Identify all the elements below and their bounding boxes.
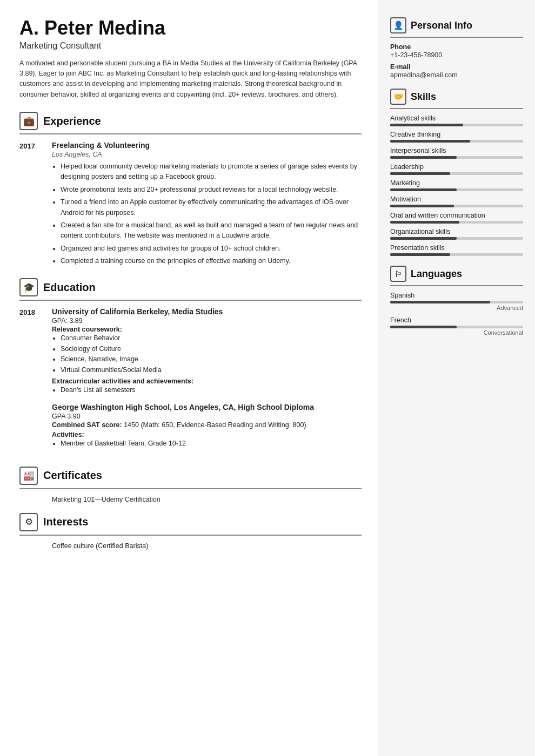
skill-bar-fill-marketing	[390, 188, 457, 191]
interests-section: ⚙ Interests Coffee culture (Certified Ba…	[19, 513, 362, 550]
education-entry-1: 2018 University of California Berkeley, …	[19, 307, 362, 456]
email-label: E-mail	[390, 63, 523, 71]
education-section: 🎓 Education 2018 University of Californi…	[19, 278, 362, 456]
skill-name-analytical: Analytical skills	[390, 114, 523, 122]
interests-section-header: ⚙ Interests	[19, 513, 362, 531]
skill-item-organizational: Organizational skills	[390, 228, 523, 240]
skills-title: Skills	[411, 91, 436, 103]
skill-item-motivation: Motivation	[390, 195, 523, 207]
skill-name-creative: Creative thinking	[390, 131, 523, 138]
school-2-activities-label: Activities:	[52, 431, 362, 438]
school-2-activities: Member of Basketball Team, Grade 10-12	[52, 438, 362, 449]
languages-header: 🏳 Languages	[390, 266, 523, 282]
lang-name-french: French	[390, 316, 523, 324]
school-1-coursework-label: Relevant coursework:	[52, 326, 362, 333]
skill-bar-bg-marketing	[390, 188, 523, 191]
school-2-gpa: GPA 3.90	[52, 413, 362, 420]
school-1-activities-label: Extracurricular activities and achieveme…	[52, 377, 362, 385]
activity-item: Member of Basketball Team, Grade 10-12	[61, 438, 362, 449]
skill-bar-bg-presentation	[390, 253, 523, 256]
languages-section: 🏳 Languages Spanish Advanced French Conv…	[390, 266, 523, 336]
phone-value: +1-23-456-78900	[390, 51, 523, 59]
skill-bar-bg-motivation	[390, 205, 523, 207]
certificates-title: Certificates	[43, 469, 102, 482]
personal-info-title: Personal Info	[411, 20, 472, 31]
experience-entry-subtitle-1: Los Angeles, CA	[52, 151, 362, 158]
interests-title: Interests	[43, 516, 88, 528]
education-section-header: 🎓 Education	[19, 278, 362, 296]
coursework-item: Consumer Behavior	[61, 333, 362, 343]
school-1-coursework: Consumer Behavior Sociology of Culture S…	[52, 333, 362, 375]
coursework-item: Virtual Communities/Social Media	[61, 365, 362, 375]
interest-item-1: Coffee culture (Certified Barista)	[19, 542, 362, 550]
email-value: apmedina@email.com	[390, 71, 523, 79]
skill-bar-fill-oral	[390, 221, 459, 224]
lang-level-spanish: Advanced	[390, 305, 523, 311]
coursework-item: Sociology of Culture	[61, 344, 362, 354]
language-item-spanish: Spanish Advanced	[390, 292, 523, 311]
skill-bar-fill-leadership	[390, 172, 450, 175]
skill-bar-bg-interpersonal	[390, 156, 523, 159]
skill-name-oral: Oral and written communication	[390, 212, 523, 219]
experience-content-1: Freelancing & Volunteering Los Angeles, …	[52, 141, 362, 268]
skills-divider	[390, 108, 523, 109]
skill-bar-fill-motivation	[390, 205, 454, 207]
lang-bar-fill-spanish	[390, 301, 490, 303]
experience-section: 💼 Experience 2017 Freelancing & Voluntee…	[19, 112, 362, 268]
school-2-sat-label: Combined SAT score:	[52, 421, 122, 429]
skill-bar-fill-creative	[390, 140, 470, 143]
experience-entry-1: 2017 Freelancing & Volunteering Los Ange…	[19, 141, 362, 268]
education-content-1: University of California Berkeley, Media…	[52, 307, 362, 456]
skill-name-marketing: Marketing	[390, 179, 523, 187]
school-2: George Washington High School, Los Angel…	[52, 403, 362, 449]
skill-bar-fill-interpersonal	[390, 156, 457, 159]
skill-name-presentation: Presentation skills	[390, 244, 523, 252]
skill-name-leadership: Leadership	[390, 163, 523, 171]
skill-name-motivation: Motivation	[390, 195, 523, 203]
skill-item-presentation: Presentation skills	[390, 244, 523, 256]
skill-bar-bg-oral	[390, 221, 523, 224]
language-item-french: French Conversational	[390, 316, 523, 336]
experience-bullets-1: Helped local community develop marketing…	[52, 161, 362, 266]
bullet-item: Created a fan site for a musical band, a…	[61, 220, 362, 241]
skill-item-analytical: Analytical skills	[390, 114, 523, 126]
personal-info-icon: 👤	[390, 17, 406, 33]
interests-icon: ⚙	[19, 513, 38, 531]
lang-bar-fill-french	[390, 326, 457, 328]
personal-info-header: 👤 Personal Info	[390, 17, 523, 33]
school-1-title: University of California Berkeley, Media…	[52, 307, 362, 316]
experience-year-1: 2017	[19, 141, 42, 268]
school-2-sat-value: 1450 (Math: 650, Evidence-Based Reading …	[124, 421, 306, 429]
activity-item: Dean's List all semesters	[61, 385, 362, 395]
skill-bar-bg-analytical	[390, 124, 523, 126]
job-title: Marketing Consultant	[19, 41, 362, 51]
bullet-item: Turned a friend into an Apple customer b…	[61, 197, 362, 218]
education-year-1: 2018	[19, 307, 42, 456]
resume-container: A. Peter Medina Marketing Consultant A m…	[0, 0, 535, 756]
certificates-icon: 🏭	[19, 467, 38, 485]
bullet-item: Wrote promotional texts and 20+ professi…	[61, 185, 362, 195]
experience-divider	[19, 133, 362, 134]
experience-entry-title-1: Freelancing & Volunteering	[52, 141, 362, 150]
summary-text: A motivated and personable student pursu…	[19, 58, 362, 100]
certificates-divider	[19, 488, 362, 489]
certificates-section-header: 🏭 Certificates	[19, 467, 362, 485]
skill-item-leadership: Leadership	[390, 163, 523, 175]
bullet-item: Organized and led games and activities f…	[61, 244, 362, 254]
experience-icon: 💼	[19, 112, 38, 130]
bullet-item: Helped local community develop marketing…	[61, 161, 362, 183]
left-column: A. Peter Medina Marketing Consultant A m…	[0, 0, 378, 756]
skill-name-organizational: Organizational skills	[390, 228, 523, 235]
skill-item-creative: Creative thinking	[390, 131, 523, 143]
skills-header: 🤝 Skills	[390, 89, 523, 105]
experience-section-header: 💼 Experience	[19, 112, 362, 130]
skill-bar-fill-presentation	[390, 253, 450, 256]
languages-divider	[390, 285, 523, 286]
school-2-title: George Washington High School, Los Angel…	[52, 403, 362, 411]
certificate-item-1: Marketing 101—Udemy Certification	[19, 496, 362, 503]
experience-title: Experience	[43, 115, 101, 127]
lang-bar-bg-french	[390, 326, 523, 328]
languages-title: Languages	[411, 268, 462, 280]
skills-section: 🤝 Skills Analytical skills Creative thin…	[390, 89, 523, 256]
skill-bar-bg-organizational	[390, 237, 523, 240]
